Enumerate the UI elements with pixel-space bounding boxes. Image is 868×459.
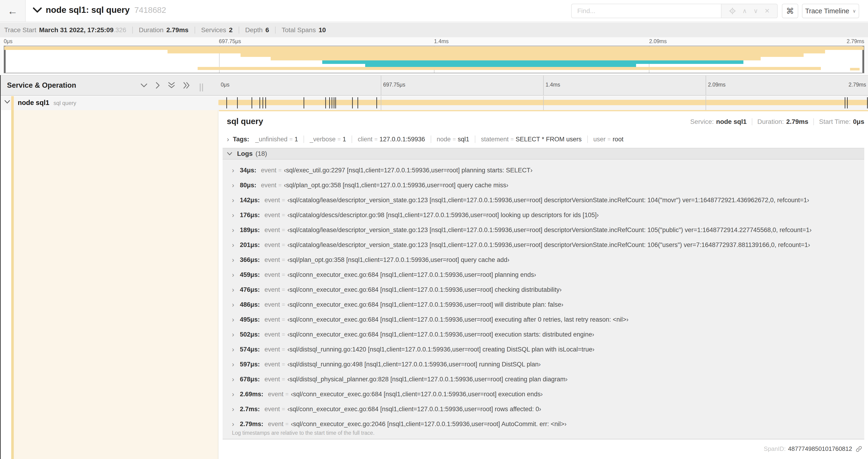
log-row[interactable]: ›459μs:event=‹sql/conn_executor_exec.go:… xyxy=(223,267,864,282)
log-timestamp: 476μs: xyxy=(240,286,260,293)
log-row[interactable]: ›142μs:event=‹sql/catalog/lease/descript… xyxy=(223,193,864,207)
timeline-gridline xyxy=(543,75,544,95)
find-prev-icon[interactable]: ∧ xyxy=(742,8,747,14)
log-field-name: event xyxy=(265,316,280,323)
panel-resize-handle[interactable] xyxy=(200,84,203,91)
tag-value: 127.0.0.1:59936 xyxy=(379,136,425,143)
log-row[interactable]: ›502μs:event=‹sql/conn_executor_exec.go:… xyxy=(223,327,864,342)
log-row[interactable]: ›574μs:event=‹sql/distsql_running.go:142… xyxy=(223,342,864,357)
summary-divider xyxy=(195,27,195,34)
log-row[interactable]: ›201μs:event=‹sql/catalog/lease/descript… xyxy=(223,237,864,252)
log-row[interactable]: ›2.7ms:event=‹sql/conn_executor_exec.go:… xyxy=(223,402,864,417)
log-row[interactable]: ›486μs:event=‹sql/conn_executor_exec.go:… xyxy=(223,297,864,312)
log-timestamp: 2.69ms: xyxy=(240,391,264,398)
log-row[interactable]: ›597μs:event=‹sql/distsql_running.go:498… xyxy=(223,357,864,372)
log-row[interactable]: ›2.79ms:event=‹sql/conn_executor_exec.go… xyxy=(223,417,864,431)
summary-item-suffix: .326 xyxy=(114,26,126,34)
log-event-tick xyxy=(376,97,377,108)
find-input[interactable] xyxy=(571,4,721,18)
tag-equals: = xyxy=(289,136,292,142)
log-expand-chevron-icon[interactable]: › xyxy=(232,256,240,264)
logs-collapse-chevron-icon[interactable] xyxy=(227,152,232,156)
deep-link-icon[interactable] xyxy=(856,446,862,453)
logs-header[interactable]: Logs (18) xyxy=(223,148,864,160)
log-row[interactable]: ›34μs:event=‹sql/exec_util.go:2297 [nsql… xyxy=(223,163,864,178)
log-event-tick xyxy=(358,97,358,108)
log-expand-chevron-icon[interactable]: › xyxy=(232,196,240,204)
minimap-left-handle[interactable] xyxy=(4,46,6,73)
expand-all-icon[interactable] xyxy=(183,82,190,89)
minimap-span-bar xyxy=(198,67,821,70)
log-row[interactable]: ›2.69ms:event=‹sql/conn_executor_exec.go… xyxy=(223,387,864,402)
log-field-value: ‹sql/plan_opt.go:358 [nsql1,client=127.0… xyxy=(284,182,508,189)
log-expand-chevron-icon[interactable]: › xyxy=(232,271,240,279)
log-expand-chevron-icon[interactable]: › xyxy=(232,390,240,398)
detail-span-title: sql query xyxy=(227,117,263,126)
summary-item-value: 6 xyxy=(266,26,269,34)
log-field-value: ‹sql/conn_executor_exec.go:684 [nsql1,cl… xyxy=(291,391,543,398)
detail-left-column xyxy=(0,110,218,459)
trace-collapse-chevron-icon[interactable] xyxy=(33,7,42,13)
log-row[interactable]: ›189μs:event=‹sql/catalog/lease/descript… xyxy=(223,223,864,237)
tags-row[interactable]: › Tags: _unfinished=1_verbose=1client=12… xyxy=(227,134,864,144)
log-expand-chevron-icon[interactable]: › xyxy=(232,331,240,338)
log-expand-chevron-icon[interactable]: › xyxy=(232,405,240,413)
service-operation-header: Service & Operation xyxy=(0,75,218,95)
timeline-minimap: 0μs697.75μs1.4ms2.09ms2.79ms xyxy=(0,37,868,75)
log-expand-chevron-icon[interactable]: › xyxy=(232,241,240,249)
collapse-one-icon[interactable] xyxy=(141,83,148,88)
log-expand-chevron-icon[interactable]: › xyxy=(232,361,240,368)
span-collapse-chevron-icon[interactable] xyxy=(4,100,10,104)
locate-icon[interactable] xyxy=(729,7,736,14)
span-detail-section: sql query Service: node sql1 Duration: 2… xyxy=(0,110,868,459)
log-expand-chevron-icon[interactable]: › xyxy=(232,167,240,174)
tags-label: Tags: xyxy=(233,136,249,143)
axis-tick-label: 0μs xyxy=(221,81,229,88)
log-field-name: event xyxy=(265,256,280,264)
minimap-span-bar xyxy=(365,64,636,67)
log-row[interactable]: ›80μs:event=‹sql/plan_opt.go:358 [nsql1,… xyxy=(223,178,864,193)
log-row[interactable]: ›476μs:event=‹sql/conn_executor_exec.go:… xyxy=(223,282,864,297)
minimap-right-handle[interactable] xyxy=(862,46,864,73)
span-row-bar-cell[interactable] xyxy=(218,96,868,110)
service-label: Service: xyxy=(690,118,714,126)
span-id-label: SpanID: xyxy=(764,445,786,453)
expand-one-icon[interactable] xyxy=(155,82,160,89)
keyboard-shortcuts-button[interactable]: ⌘ xyxy=(782,4,798,18)
log-expand-chevron-icon[interactable]: › xyxy=(232,301,240,308)
log-event-tick xyxy=(325,97,326,108)
log-row[interactable]: ›176μs:event=‹sql/catalog/descs/descript… xyxy=(223,207,864,223)
log-expand-chevron-icon[interactable]: › xyxy=(232,226,240,234)
logs-footnote: Log timestamps are relative to the start… xyxy=(232,430,374,436)
minimap-span-bar xyxy=(322,60,743,64)
span-row-name-cell[interactable]: node sql1sql query xyxy=(0,96,218,110)
minimap-tick-label: 697.75μs xyxy=(219,38,241,44)
collapse-all-icon[interactable] xyxy=(168,81,175,89)
log-timestamp: 678μs: xyxy=(240,376,260,383)
find-next-icon[interactable]: ∨ xyxy=(753,8,758,14)
log-row[interactable]: ›678μs:event=‹sql/distsql_physical_plann… xyxy=(223,372,864,387)
minimap-viewport[interactable] xyxy=(4,46,864,73)
trace-timeline-page: ← node sql1: sql query7418682 ∧ ∨ ✕ ⌘ Tr… xyxy=(0,0,868,459)
tags-expand-chevron-icon[interactable]: › xyxy=(227,135,229,143)
log-expand-chevron-icon[interactable]: › xyxy=(232,316,240,324)
log-expand-chevron-icon[interactable]: › xyxy=(232,211,240,219)
view-dropdown-button[interactable]: Trace Timeline ∨ xyxy=(802,4,859,18)
page-title: node sql1: sql query7418682 xyxy=(46,5,166,15)
minimap-tick-label: 1.4ms xyxy=(434,38,449,44)
span-row[interactable]: node sql1sql query xyxy=(0,96,868,110)
log-row[interactable]: ›495μs:event=‹sql/conn_executor_exec.go:… xyxy=(223,312,864,327)
log-expand-chevron-icon[interactable]: › xyxy=(232,346,240,353)
tag-value: SELECT * FROM users xyxy=(516,136,582,143)
log-expand-chevron-icon[interactable]: › xyxy=(232,286,240,294)
tag-item: client=127.0.0.1:59936 xyxy=(358,136,425,143)
log-expand-chevron-icon[interactable]: › xyxy=(232,420,240,428)
log-field-value: ‹sql/plan_opt.go:358 [nsql1,client=127.0… xyxy=(287,256,509,264)
log-expand-chevron-icon[interactable]: › xyxy=(232,182,240,189)
log-row[interactable]: ›366μs:event=‹sql/plan_opt.go:358 [nsql1… xyxy=(223,252,864,267)
span-color-stripe xyxy=(11,110,14,459)
back-button[interactable]: ← xyxy=(0,0,26,22)
tag-key: user xyxy=(593,136,606,143)
log-expand-chevron-icon[interactable]: › xyxy=(232,375,240,383)
find-clear-icon[interactable]: ✕ xyxy=(765,8,770,14)
